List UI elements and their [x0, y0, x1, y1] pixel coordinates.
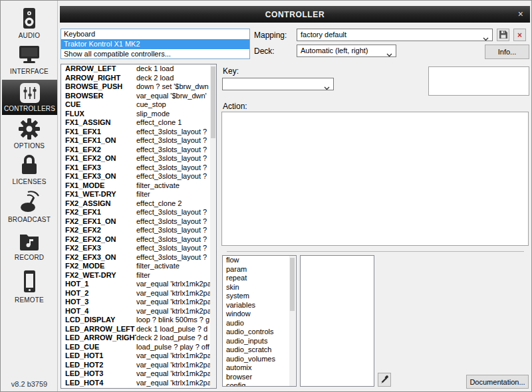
sidebar-item-audio[interactable]: AUDIO: [1, 7, 58, 39]
sidebar-item-remote[interactable]: REMOTE: [1, 269, 58, 304]
sidebar-item-controllers[interactable]: CONTROLLERS: [2, 80, 57, 115]
binding-row[interactable]: CUE cue_stop: [61, 100, 216, 110]
binding-row[interactable]: FX2_EFX2 effect_3slots_layout ?: [61, 226, 216, 235]
binding-key: LED_ARROW_LEFT: [61, 325, 136, 334]
binding-row[interactable]: HOT_4 var_equal 'ktrlx1mk2pa: [61, 307, 216, 316]
category-item[interactable]: audio_scratch: [223, 345, 296, 355]
category-item[interactable]: config: [223, 381, 296, 387]
category-list-scrollbar-thumb[interactable]: [290, 258, 295, 311]
pick-action-button[interactable]: [378, 373, 391, 387]
category-item[interactable]: system: [223, 292, 296, 301]
binding-key: FX1_EFX2: [61, 146, 136, 155]
binding-key: LCD_DISPLAY: [61, 316, 136, 325]
binding-row[interactable]: BROWSER var_equal '$brw_dwn': [61, 92, 216, 101]
binding-row[interactable]: FX2_ASSIGN effect_clone 2: [61, 199, 216, 209]
sidebar-item-broadcast[interactable]: BROADCAST: [1, 190, 58, 223]
binding-row[interactable]: FX2_EFX1_ON effect_3slots_layout ?: [61, 217, 216, 227]
binding-row[interactable]: LED_HOT4 var_equal 'ktrlx1mk2pa: [61, 379, 216, 388]
binding-row[interactable]: FX1_EFX1_ON effect_3slots_layout ?: [61, 136, 216, 146]
category-item[interactable]: flow: [223, 256, 296, 265]
binding-action: var_equal 'ktrlx1mk2pa: [136, 369, 216, 379]
category-item[interactable]: audio_volumes: [223, 355, 296, 364]
binding-row[interactable]: LED_CUE load_pulse ? play ? off: [61, 343, 216, 352]
deck-select[interactable]: Automatic (left, right): [297, 45, 396, 57]
binding-row[interactable]: FX1_EFX3_ON effect_3slots_layout ?: [61, 172, 216, 181]
binding-row[interactable]: FX2_MODE filter_activate: [61, 262, 216, 271]
category-list-scrollbar[interactable]: [289, 256, 295, 386]
binding-row[interactable]: HOT_3 var_equal 'ktrlx1mk2pa: [61, 298, 216, 307]
action-sub-list[interactable]: [300, 255, 374, 387]
binding-key: FLUX: [61, 110, 136, 119]
binding-row[interactable]: FX1_MODE filter_activate: [61, 181, 216, 191]
binding-key: HOT_1: [61, 280, 136, 289]
category-item[interactable]: skin: [223, 283, 296, 292]
binding-row[interactable]: FX1_EFX2_ON effect_3slots_layout ?: [61, 154, 216, 163]
binding-row[interactable]: ARROW_LEFT deck 1 load: [61, 64, 216, 74]
binding-row[interactable]: LED_ARROW_RIGHT deck 2 load_pulse ? d: [61, 334, 216, 343]
category-item[interactable]: browser: [223, 373, 296, 382]
binding-action: filter_activate: [136, 181, 216, 191]
info-button[interactable]: Info...: [485, 45, 529, 59]
binding-key: FX2_EFX3_ON: [61, 253, 136, 262]
binding-row[interactable]: FX1_WET-DRY filter: [61, 190, 216, 199]
binding-key: LED_ARROW_RIGHT: [61, 334, 136, 343]
action-category-list[interactable]: flow param repeat skin system variables …: [222, 255, 297, 387]
save-mapping-button[interactable]: [497, 29, 509, 41]
sidebar-item-interface[interactable]: INTERFACE: [1, 43, 58, 75]
binding-row[interactable]: HOT_2 var_equal 'ktrlx1mk2pa: [61, 289, 216, 298]
binding-row[interactable]: FX1_EFX1 effect_3slots_layout ?: [61, 128, 216, 137]
key-list-scrollbar-thumb[interactable]: [211, 66, 215, 138]
binding-row[interactable]: ARROW_RIGHT deck 2 load: [61, 74, 216, 83]
binding-row[interactable]: LED_HOT2 var_equal 'ktrlx1mk2pa: [61, 361, 216, 370]
binding-key: BROWSE_PUSH: [61, 82, 136, 92]
sidebar-item-label: INTERFACE: [10, 68, 49, 75]
binding-row[interactable]: FX2_WET-DRY filter: [61, 271, 216, 280]
category-item[interactable]: window: [223, 310, 296, 319]
binding-row[interactable]: FX2_EFX1 effect_3slots_layout ?: [61, 208, 216, 217]
device-item-show-all[interactable]: Show all compatible controllers...: [61, 49, 249, 59]
binding-row[interactable]: LED_ARROW_LEFT deck 1 load_pulse ? d: [61, 325, 216, 334]
action-input[interactable]: [221, 112, 529, 246]
binding-row[interactable]: FX2_EFX2_ON effect_3slots_layout ?: [61, 235, 216, 245]
binding-row[interactable]: BROWSE_PUSH down ? set '$brw_dwn: [61, 82, 216, 92]
delete-mapping-button[interactable]: ×: [513, 29, 526, 41]
device-item-keyboard[interactable]: Keyboard: [61, 29, 249, 39]
mapping-select[interactable]: factory default: [297, 29, 493, 41]
category-item[interactable]: audio: [223, 319, 296, 328]
binding-row[interactable]: LED_HOT3 var_equal 'ktrlx1mk2pa: [61, 369, 216, 379]
documentation-button[interactable]: Documentation...: [466, 375, 529, 389]
key-bindings-list[interactable]: ARROW_LEFT deck 1 load ARROW_RIGHT deck …: [61, 64, 217, 389]
binding-key: FX1_EFX3: [61, 163, 136, 173]
binding-row[interactable]: FX1_EFX2 effect_3slots_layout ?: [61, 146, 216, 155]
sidebar-item-label: CONTROLLERS: [4, 105, 55, 112]
category-item[interactable]: repeat: [223, 274, 296, 283]
binding-row[interactable]: LCD_DISPLAY loop ? blink 500ms ? g: [61, 316, 216, 325]
binding-row[interactable]: FLUX slip_mode: [61, 110, 216, 119]
key-list-scrollbar[interactable]: [210, 64, 216, 388]
device-list[interactable]: Keyboard Traktor Kontrol X1 MK2 Show all…: [61, 29, 250, 59]
binding-action: effect_3slots_layout ?: [136, 235, 216, 245]
sidebar-item-licenses[interactable]: LICENSES: [1, 153, 58, 185]
binding-action: effect_3slots_layout ?: [136, 146, 216, 155]
category-item[interactable]: audio_controls: [223, 328, 296, 337]
binding-action: load_pulse ? play ? off: [136, 343, 216, 352]
binding-row[interactable]: FX1_EFX3 effect_3slots_layout ?: [61, 163, 216, 173]
category-item[interactable]: variables: [223, 301, 296, 310]
close-icon[interactable]: ×: [518, 8, 523, 20]
sidebar-item-options[interactable]: OPTIONS: [1, 118, 58, 149]
category-item[interactable]: automix: [223, 363, 296, 373]
binding-row[interactable]: FX2_EFX3_ON effect_3slots_layout ?: [61, 253, 216, 262]
category-item[interactable]: param: [223, 265, 296, 274]
binding-action: effect_3slots_layout ?: [136, 226, 216, 235]
controller-window: AUDIO INTERFACE CONTROLLERS OPTIONS LICE: [0, 0, 532, 392]
sidebar-item-record[interactable]: RECORD: [1, 231, 58, 261]
binding-row[interactable]: LED_HOT1 var_equal 'ktrlx1mk2pa: [61, 351, 216, 361]
binding-row[interactable]: FX1_ASSIGN effect_clone 1: [61, 118, 216, 128]
binding-row[interactable]: FX2_EFX3 effect_3slots_layout ?: [61, 244, 216, 253]
key-select[interactable]: [222, 78, 334, 90]
sidebar-item-label: LICENSES: [12, 178, 46, 185]
binding-action: effect_3slots_layout ?: [136, 172, 216, 181]
category-item[interactable]: audio_inputs: [223, 337, 296, 346]
device-item-traktor[interactable]: Traktor Kontrol X1 MK2: [61, 39, 249, 49]
binding-row[interactable]: HOT_1 var_equal 'ktrlx1mk2pa: [61, 280, 216, 289]
